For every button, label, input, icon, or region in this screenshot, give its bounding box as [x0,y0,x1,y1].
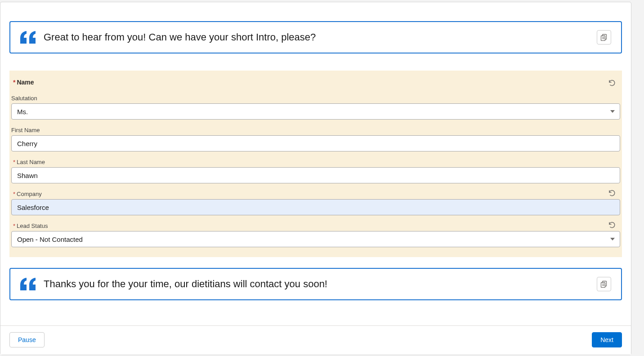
outro-quote-text: Thanks you for the your time, our dietit… [44,277,589,291]
salutation-select[interactable]: Ms. [11,103,620,120]
footer: Pause Next [0,325,631,355]
undo-icon [608,189,616,197]
intro-copy-button[interactable] [597,30,611,44]
undo-icon [608,79,616,87]
undo-icon [608,221,616,229]
intro-quote-text: Great to hear from you! Can we have your… [44,31,589,44]
company-undo-button[interactable] [605,188,618,198]
lead-status-label: *Lead Status [9,218,605,231]
salutation-value: Ms. [17,108,28,116]
chevron-down-icon [610,236,615,242]
first-name-label: First Name [9,122,622,135]
chevron-down-icon [610,109,615,114]
intro-quote-box: Great to hear from you! Can we have your… [9,21,622,53]
last-name-input[interactable] [11,167,620,183]
next-button[interactable]: Next [592,332,622,347]
svg-rect-1 [601,36,605,41]
company-label: *Company [9,186,605,199]
outro-copy-button[interactable] [597,277,611,291]
company-input[interactable] [11,199,620,215]
last-name-label: *Last Name [9,154,622,167]
quote-icon [20,31,36,44]
copy-icon [600,280,608,288]
svg-rect-5 [601,283,605,288]
name-undo-button[interactable] [605,78,618,88]
quote-icon [20,278,36,290]
pause-button[interactable]: Pause [9,332,45,347]
lead-status-value: Open - Not Contacted [17,236,83,243]
salutation-label: Salutation [9,90,622,103]
form-section: *Name Salutation Ms. [9,71,622,257]
lead-status-undo-button[interactable] [605,220,618,230]
name-field-label: *Name [9,78,605,88]
outro-quote-box: Thanks you for the your time, our dietit… [9,268,622,300]
first-name-input[interactable] [11,135,620,151]
lead-status-select[interactable]: Open - Not Contacted [11,231,620,247]
copy-icon [600,34,608,41]
